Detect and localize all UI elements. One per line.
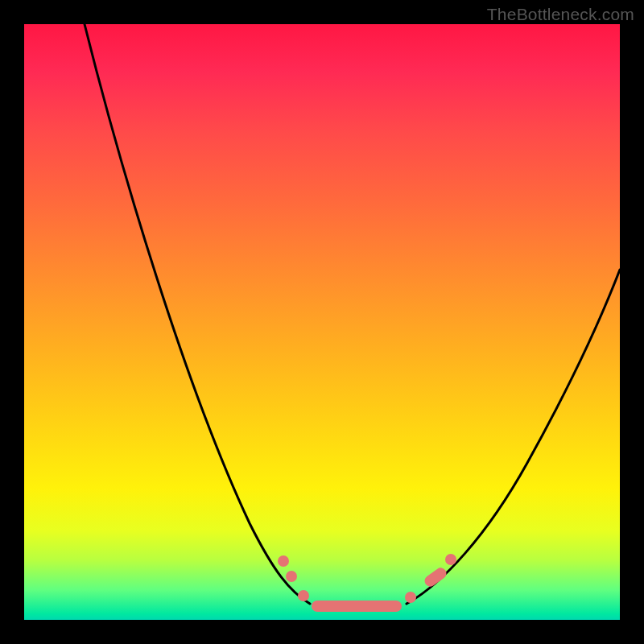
chart-frame: TheBottleneck.com bbox=[0, 0, 644, 644]
plot-area bbox=[24, 24, 620, 620]
marker-dot bbox=[298, 590, 309, 601]
trough-marker bbox=[312, 601, 402, 612]
marker-dot bbox=[405, 592, 416, 603]
curve-layer bbox=[24, 24, 620, 620]
curve-right bbox=[407, 270, 620, 604]
marker-dot bbox=[286, 571, 297, 582]
watermark-text: TheBottleneck.com bbox=[487, 5, 634, 24]
marker-pill bbox=[423, 566, 448, 589]
curve-left bbox=[85, 24, 310, 604]
marker-dot bbox=[278, 555, 289, 567]
marker-dot bbox=[445, 554, 456, 565]
